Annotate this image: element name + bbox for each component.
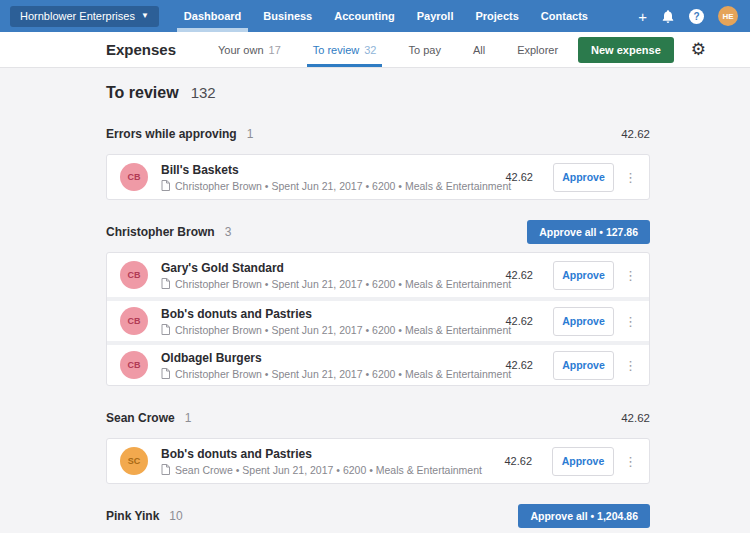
- help-icon[interactable]: ?: [689, 9, 704, 24]
- tab-count: 17: [269, 44, 281, 56]
- expense-title: Bill's Baskets: [161, 163, 505, 177]
- user-avatar[interactable]: HE: [718, 6, 738, 26]
- more-options-icon[interactable]: ⋮: [624, 358, 636, 373]
- expense-amount: 42.62: [505, 171, 533, 183]
- expense-detail: Christopher Brown • Spent Jun 21, 2017 •…: [161, 368, 505, 380]
- more-options-icon[interactable]: ⋮: [624, 268, 636, 283]
- nav-item-dashboard[interactable]: Dashboard: [173, 0, 252, 32]
- org-selector-label: Hornblower Enterprises: [20, 10, 135, 22]
- expense-amount: 42.62: [505, 269, 533, 281]
- more-options-icon[interactable]: ⋮: [624, 454, 636, 469]
- receipt-document-icon: [161, 324, 170, 335]
- group-name: Christopher Brown: [106, 225, 215, 239]
- expense-title: Bob's donuts and Pastries: [161, 307, 505, 321]
- row-main: Bob's donuts and Pastries Christopher Br…: [161, 307, 505, 336]
- expense-detail: Christopher Brown • Spent Jun 21, 2017 •…: [161, 324, 505, 336]
- approve-button[interactable]: Approve: [552, 447, 614, 476]
- tab-label: All: [473, 44, 485, 56]
- expense-detail: Sean Crowe • Spent Jun 21, 2017 • 6200 •…: [161, 464, 482, 476]
- top-navbar: Hornblower Enterprises ▼ DashboardBusine…: [0, 0, 750, 32]
- group-count: 10: [169, 509, 182, 523]
- expense-group: Sean Crowe 1 42.62 SC Bob's donuts and P…: [106, 406, 650, 484]
- notifications-bell-icon[interactable]: [661, 9, 675, 24]
- expense-group: Pink Yink 10 Approve all • 1,204.86 PY A…: [106, 504, 650, 533]
- expense-detail-text: Christopher Brown • Spent Jun 21, 2017 •…: [175, 324, 511, 336]
- row-main: Gary's Gold Standard Christopher Brown •…: [161, 261, 505, 290]
- expense-detail-text: Sean Crowe • Spent Jun 21, 2017 • 6200 •…: [175, 464, 482, 476]
- expense-detail-text: Christopher Brown • Spent Jun 21, 2017 •…: [175, 368, 511, 380]
- group-card: CB Bill's Baskets Christopher Brown • Sp…: [106, 154, 650, 200]
- org-selector-dropdown[interactable]: Hornblower Enterprises ▼: [10, 6, 159, 27]
- expense-row: SC Bob's donuts and Pastries Sean Crowe …: [107, 439, 649, 483]
- group-header: Sean Crowe 1 42.62: [106, 406, 650, 430]
- nav-item-accounting[interactable]: Accounting: [323, 0, 406, 32]
- expense-amount: 42.62: [505, 359, 533, 371]
- row-main: Oldbagel Burgers Christopher Brown • Spe…: [161, 351, 505, 380]
- group-card: CB Gary's Gold Standard Christopher Brow…: [106, 252, 650, 386]
- tab-label: Explorer: [517, 44, 558, 56]
- page-count: 132: [191, 84, 216, 101]
- expenses-toolbar: Expenses Your own 17 To review 32 To pay…: [0, 32, 750, 68]
- group-name: Errors while approving: [106, 127, 237, 141]
- expense-group: Christopher Brown 3 Approve all • 127.86…: [106, 220, 650, 386]
- expenses-tabs: Your own 17 To review 32 To pay All Expl…: [202, 32, 574, 67]
- approve-all-button[interactable]: Approve all • 1,204.86: [518, 504, 650, 528]
- expense-groups: Errors while approving 1 42.62 CB Bill's…: [106, 122, 650, 533]
- expense-amount: 42.62: [504, 455, 532, 467]
- tab-label: To review: [313, 44, 359, 56]
- expense-detail: Christopher Brown • Spent Jun 21, 2017 •…: [161, 278, 505, 290]
- expense-detail-text: Christopher Brown • Spent Jun 21, 2017 •…: [175, 278, 511, 290]
- expense-title: Oldbagel Burgers: [161, 351, 505, 365]
- chevron-down-icon: ▼: [141, 12, 149, 20]
- nav-items: DashboardBusinessAccountingPayrollProjec…: [173, 0, 599, 32]
- nav-item-contacts[interactable]: Contacts: [530, 0, 599, 32]
- group-name: Sean Crowe: [106, 411, 175, 425]
- approve-button[interactable]: Approve: [553, 163, 614, 192]
- add-icon[interactable]: +: [638, 9, 647, 24]
- expense-row: CB Bob's donuts and Pastries Christopher…: [107, 297, 649, 341]
- tab-your-own[interactable]: Your own 17: [202, 32, 297, 67]
- avatar: CB: [120, 351, 148, 379]
- expense-row: CB Bill's Baskets Christopher Brown • Sp…: [107, 155, 649, 199]
- nav-item-projects[interactable]: Projects: [464, 0, 529, 32]
- receipt-document-icon: [161, 180, 170, 191]
- expense-detail-text: Christopher Brown • Spent Jun 21, 2017 •…: [175, 180, 511, 192]
- group-total: 42.62: [621, 128, 650, 140]
- tab-to-review[interactable]: To review 32: [297, 32, 393, 67]
- nav-item-business[interactable]: Business: [252, 0, 323, 32]
- receipt-document-icon: [161, 278, 170, 289]
- receipt-document-icon: [161, 464, 170, 475]
- more-options-icon[interactable]: ⋮: [624, 170, 636, 185]
- settings-gear-icon[interactable]: ⚙: [691, 41, 706, 58]
- tab-label: To pay: [408, 44, 440, 56]
- expenses-title: Expenses: [106, 41, 176, 58]
- row-main: Bill's Baskets Christopher Brown • Spent…: [161, 163, 505, 192]
- tab-to-pay[interactable]: To pay: [392, 32, 456, 67]
- approve-button[interactable]: Approve: [553, 351, 614, 380]
- tab-count: 32: [364, 44, 376, 56]
- avatar: CB: [120, 261, 148, 289]
- approve-button[interactable]: Approve: [553, 307, 614, 336]
- avatar: CB: [120, 307, 148, 335]
- group-count: 1: [185, 411, 192, 425]
- navbar-right: + ? HE: [638, 6, 738, 26]
- more-options-icon[interactable]: ⋮: [624, 314, 636, 329]
- tab-label: Your own: [218, 44, 263, 56]
- expense-title: Gary's Gold Standard: [161, 261, 505, 275]
- group-header: Errors while approving 1 42.62: [106, 122, 650, 146]
- expense-group: Errors while approving 1 42.62 CB Bill's…: [106, 122, 650, 200]
- avatar: CB: [120, 163, 148, 191]
- group-card: SC Bob's donuts and Pastries Sean Crowe …: [106, 438, 650, 484]
- approve-all-button[interactable]: Approve all • 127.86: [527, 220, 650, 244]
- nav-item-payroll[interactable]: Payroll: [406, 0, 465, 32]
- avatar: SC: [120, 447, 148, 475]
- tab-all[interactable]: All: [457, 32, 501, 67]
- expense-row: CB Gary's Gold Standard Christopher Brow…: [107, 253, 649, 297]
- row-main: Bob's donuts and Pastries Sean Crowe • S…: [161, 447, 482, 476]
- expense-detail: Christopher Brown • Spent Jun 21, 2017 •…: [161, 180, 505, 192]
- group-header: Pink Yink 10 Approve all • 1,204.86: [106, 504, 650, 528]
- new-expense-button[interactable]: New expense: [578, 37, 674, 63]
- receipt-document-icon: [161, 368, 170, 379]
- approve-button[interactable]: Approve: [553, 261, 614, 290]
- tab-explorer[interactable]: Explorer: [501, 32, 574, 67]
